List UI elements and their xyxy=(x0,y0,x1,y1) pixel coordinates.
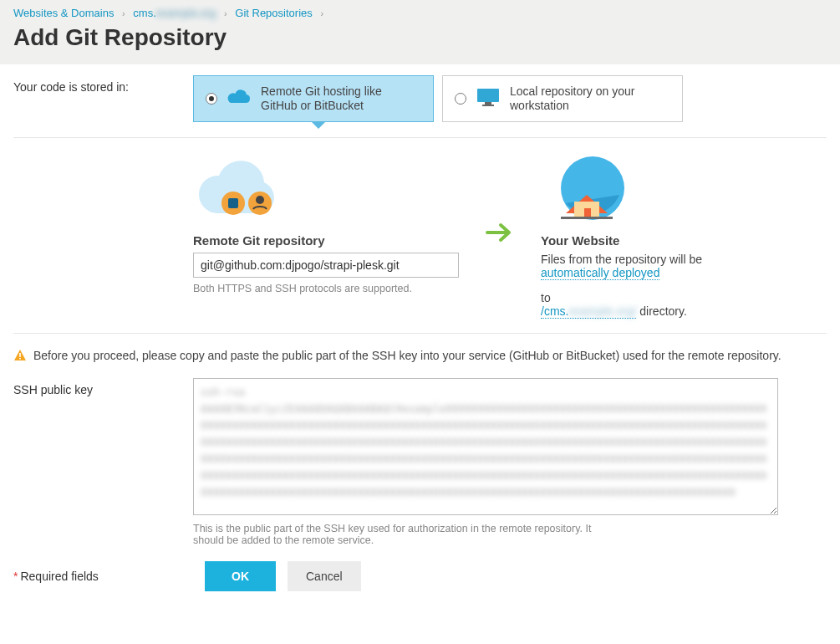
svg-rect-11 xyxy=(19,353,21,357)
ssh-notice-text: Before you proceed, please copy and past… xyxy=(33,349,781,362)
divider xyxy=(13,333,827,334)
monitor-icon xyxy=(475,87,501,110)
svg-rect-0 xyxy=(477,89,499,102)
ok-button[interactable]: OK xyxy=(205,561,276,591)
divider xyxy=(13,137,827,138)
breadcrumb-git-repos[interactable]: Git Repositories xyxy=(235,7,312,19)
remote-repo-hint: Both HTTPS and SSH protocols are support… xyxy=(193,283,461,294)
ssh-key-hint: This is the public part of the SSH key u… xyxy=(193,523,603,546)
cancel-button[interactable]: Cancel xyxy=(288,561,361,591)
storage-label: Your code is stored in: xyxy=(13,75,193,122)
storage-options: Remote Git hosting like GitHub or BitBuc… xyxy=(193,75,827,122)
cloud-illustration xyxy=(193,153,461,228)
svg-rect-4 xyxy=(228,198,238,208)
radio-icon xyxy=(206,93,217,105)
chevron-right-icon: › xyxy=(122,8,125,18)
svg-rect-1 xyxy=(485,102,491,105)
breadcrumb-websites-domains[interactable]: Websites & Domains xyxy=(13,7,114,19)
breadcrumb: Websites & Domains › cms.example.org › G… xyxy=(13,7,827,19)
ssh-notice: Before you proceed, please copy and past… xyxy=(13,349,827,365)
svg-rect-12 xyxy=(19,358,21,360)
radio-icon xyxy=(455,93,466,105)
website-illustration xyxy=(541,153,827,228)
svg-rect-10 xyxy=(561,217,613,219)
website-directory: /cms.example.org/ directory. xyxy=(541,304,827,318)
website-to: to xyxy=(541,291,827,304)
warning-icon xyxy=(13,349,27,365)
required-fields-label: *Required fields xyxy=(13,570,193,583)
website-title: Your Website xyxy=(541,233,827,248)
ssh-key-textarea[interactable] xyxy=(193,378,778,515)
directory-link[interactable]: /cms.example.org/ xyxy=(541,304,636,319)
ssh-key-label: SSH public key xyxy=(13,378,193,546)
remote-repo-input[interactable] xyxy=(193,253,459,278)
arrow-icon xyxy=(486,153,516,318)
option-local-repo[interactable]: Local repository on your workstation xyxy=(442,75,683,122)
chevron-right-icon: › xyxy=(224,8,227,18)
remote-repo-title: Remote Git repository xyxy=(193,233,461,248)
page-title: Add Git Repository xyxy=(13,24,827,51)
breadcrumb-domain[interactable]: cms.example.org xyxy=(133,7,216,19)
cloud-icon xyxy=(226,87,252,110)
chevron-right-icon: › xyxy=(320,8,323,18)
auto-deploy-link[interactable]: automatically deployed xyxy=(541,266,659,280)
page-header: Websites & Domains › cms.example.org › G… xyxy=(0,0,840,65)
svg-point-6 xyxy=(256,196,264,204)
option-remote-label: Remote Git hosting like GitHub or BitBuc… xyxy=(261,84,421,113)
svg-rect-2 xyxy=(482,105,494,106)
option-local-label: Local repository on your workstation xyxy=(510,84,670,113)
website-desc-line1: Files from the repository will be xyxy=(541,253,827,266)
asterisk: * xyxy=(13,570,18,583)
option-remote-hosting[interactable]: Remote Git hosting like GitHub or BitBuc… xyxy=(193,75,434,122)
